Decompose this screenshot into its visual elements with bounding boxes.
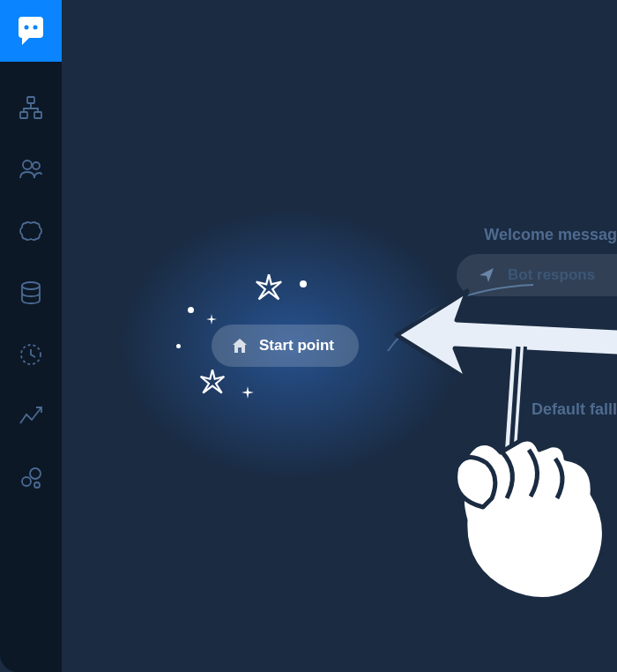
sidebar [0,0,62,672]
send-icon [478,266,495,284]
svg-point-10 [22,477,31,486]
start-point-label: Start point [259,337,334,355]
hand-arrow-illustration [388,287,617,604]
canvas[interactable]: Start point Welcome messag Bot respons D… [62,0,617,672]
svg-rect-4 [34,112,41,118]
sparkle-icon [206,314,217,325]
nav-history[interactable] [17,340,45,369]
svg-rect-3 [20,112,27,118]
database-icon [19,280,43,305]
nav-flow[interactable] [17,93,45,122]
sparkle-icon [254,274,284,304]
nav-users[interactable] [17,155,45,183]
sparkle-icon [242,386,254,399]
dot-icon [188,307,194,313]
welcome-message-label: Welcome messag [458,226,617,244]
sparkle-icon [198,370,227,398]
svg-point-6 [33,162,40,169]
clock-icon [19,342,43,367]
dot-icon [300,280,307,287]
svg-point-0 [25,26,29,30]
svg-rect-2 [27,97,34,103]
sitemap-icon [19,95,43,120]
nav-ai[interactable] [17,217,45,245]
users-icon [19,157,43,182]
svg-point-11 [34,482,40,488]
svg-point-1 [33,26,38,30]
svg-point-5 [23,161,32,169]
chatbot-icon [13,13,48,49]
nav-data[interactable] [17,279,45,307]
trend-icon [19,404,43,429]
brain-icon [19,219,43,243]
start-point-node[interactable]: Start point [212,325,359,367]
nav-analytics[interactable] [17,402,45,430]
nav-bubbles[interactable] [17,464,45,492]
home-icon [231,337,249,355]
nav-list [17,93,45,492]
svg-point-7 [22,282,40,289]
bot-response-label: Bot respons [508,266,595,284]
bubbles-icon [19,466,43,490]
svg-point-9 [30,468,41,479]
app-logo[interactable] [0,0,62,62]
dot-icon [176,344,181,348]
